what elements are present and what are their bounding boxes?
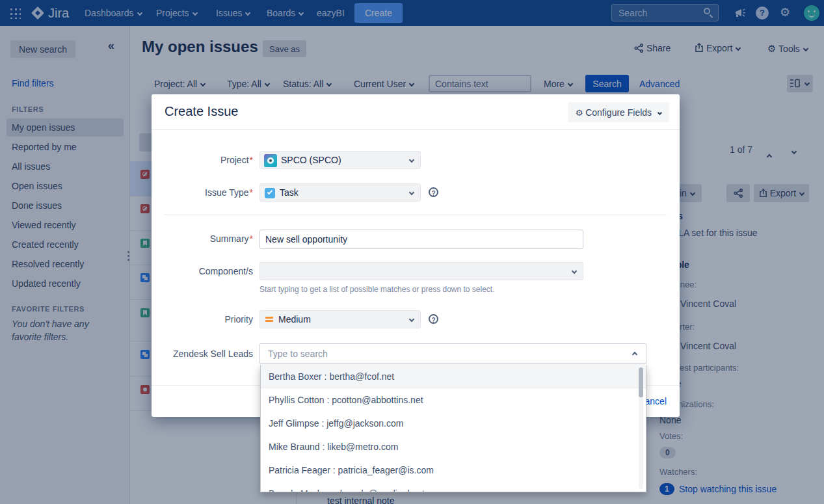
form-divider (165, 215, 667, 215)
project-avatar-icon (264, 154, 277, 167)
chevron-down-icon (572, 269, 577, 274)
summary-input[interactable] (259, 230, 583, 249)
jira-screen: Jira Dashboards Projects Issues Boards e… (0, 0, 824, 504)
required-asterisk: * (250, 187, 253, 198)
chevron-down-icon (409, 157, 414, 163)
modal-header: Create Issue ⚙ Configure Fields (152, 94, 680, 130)
components-label: Component/s (165, 262, 253, 280)
priority-medium-icon (265, 317, 273, 323)
priority-help-icon[interactable]: ? (429, 314, 438, 324)
summary-label: Summary* (165, 230, 253, 248)
dropdown-scrollbar-thumb[interactable] (639, 367, 643, 397)
configure-fields-button[interactable]: ⚙ Configure Fields (568, 102, 669, 122)
leads-combobox[interactable] (259, 343, 646, 364)
leads-label: Zendesk Sell Leads (165, 345, 253, 363)
chevron-down-icon (409, 190, 414, 195)
leads-search-input[interactable] (260, 344, 646, 364)
dropdown-option[interactable]: Jeff Glimpse : jeffg@jackson.com (261, 412, 646, 435)
priority-select[interactable]: Medium (259, 310, 421, 328)
dropdown-option[interactable]: Brenda Mcclure : brenda@cardinal.net (261, 482, 646, 492)
task-type-icon (265, 188, 275, 198)
priority-label: Priority (165, 310, 253, 328)
required-asterisk: * (250, 233, 253, 244)
leads-dropdown: Bertha Boxer : bertha@fcof.net Phyllis C… (260, 365, 646, 492)
required-asterisk: * (250, 155, 253, 165)
project-label: Project* (165, 151, 253, 169)
dropdown-option[interactable]: Phyllis Cotton : pcotton@abbottins.net (261, 388, 646, 412)
gear-icon: ⚙ (576, 108, 583, 118)
chevron-down-icon (658, 110, 662, 114)
dropdown-option[interactable]: Patricia Feager : patricia_feager@is.com (261, 458, 646, 482)
modal-title: Create Issue (165, 104, 238, 119)
components-hint: Start typing to get a list of possible m… (259, 285, 495, 294)
issue-type-help-icon[interactable]: ? (429, 187, 438, 197)
issue-type-label: Issue Type* (165, 183, 253, 202)
components-select[interactable] (259, 262, 583, 280)
dropdown-option[interactable]: Mike Braund : likeb@metro.com (261, 435, 646, 458)
project-select[interactable]: SPCO (SPCO) (259, 151, 421, 169)
chevron-down-icon (409, 317, 414, 322)
dropdown-option[interactable]: Bertha Boxer : bertha@fcof.net (261, 365, 646, 388)
issue-type-select[interactable]: Task (259, 183, 421, 202)
